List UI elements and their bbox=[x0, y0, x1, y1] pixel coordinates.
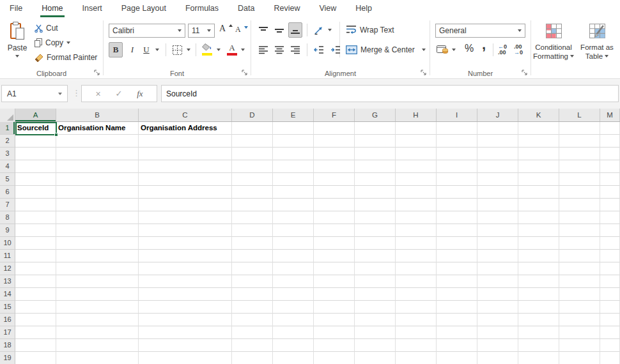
tab-data[interactable]: Data bbox=[228, 0, 264, 18]
cell-L18[interactable] bbox=[559, 339, 600, 352]
cell-J16[interactable] bbox=[477, 314, 518, 326]
increase-indent-button[interactable] bbox=[328, 42, 343, 57]
cell-E10[interactable] bbox=[273, 237, 314, 250]
clipboard-dialog-launcher-icon[interactable] bbox=[94, 70, 100, 76]
cell-E15[interactable] bbox=[273, 301, 314, 314]
cell-H13[interactable] bbox=[396, 275, 437, 288]
cell-G14[interactable] bbox=[355, 288, 396, 301]
increase-font-size-button[interactable]: A bbox=[219, 24, 233, 34]
cell-H7[interactable] bbox=[396, 199, 437, 211]
number-dialog-launcher-icon[interactable] bbox=[522, 70, 528, 76]
cut-button[interactable]: Cut bbox=[35, 24, 58, 33]
cell-M6[interactable] bbox=[600, 186, 620, 199]
row-header-4[interactable]: 4 bbox=[0, 160, 15, 173]
cell-K15[interactable] bbox=[518, 301, 559, 314]
cell-F8[interactable] bbox=[314, 211, 355, 224]
cell-B14[interactable] bbox=[56, 288, 139, 301]
cell-B19[interactable] bbox=[56, 352, 139, 364]
row-header-2[interactable]: 2 bbox=[0, 135, 15, 148]
cancel-icon[interactable]: × bbox=[95, 89, 100, 99]
cell-K1[interactable] bbox=[518, 122, 559, 135]
cell-C2[interactable] bbox=[139, 135, 232, 148]
cell-E9[interactable] bbox=[273, 224, 314, 237]
cell-C19[interactable] bbox=[139, 352, 232, 364]
tab-view[interactable]: View bbox=[309, 0, 346, 18]
cell-D1[interactable] bbox=[232, 122, 273, 135]
row-header-15[interactable]: 15 bbox=[0, 301, 15, 314]
row-header-18[interactable]: 18 bbox=[0, 339, 15, 352]
cell-D8[interactable] bbox=[232, 211, 273, 224]
cell-H8[interactable] bbox=[396, 211, 437, 224]
cell-I11[interactable] bbox=[437, 250, 477, 262]
italic-button[interactable]: I bbox=[127, 42, 138, 57]
cell-J9[interactable] bbox=[477, 224, 518, 237]
cell-C11[interactable] bbox=[139, 250, 232, 262]
row-header-13[interactable]: 13 bbox=[0, 275, 15, 288]
tab-home[interactable]: Home bbox=[32, 0, 72, 18]
tab-file[interactable]: File bbox=[0, 0, 32, 18]
cell-B9[interactable] bbox=[56, 224, 139, 237]
cell-I1[interactable] bbox=[437, 122, 477, 135]
cell-I18[interactable] bbox=[437, 339, 477, 352]
font-dialog-launcher-icon[interactable] bbox=[242, 70, 248, 76]
cell-C16[interactable] bbox=[139, 314, 232, 326]
cell-I12[interactable] bbox=[437, 262, 477, 275]
cell-B10[interactable] bbox=[56, 237, 139, 250]
cell-J10[interactable] bbox=[477, 237, 518, 250]
cell-C10[interactable] bbox=[139, 237, 232, 250]
cell-M19[interactable] bbox=[600, 352, 620, 364]
cell-G6[interactable] bbox=[355, 186, 396, 199]
cell-J18[interactable] bbox=[477, 339, 518, 352]
cell-D11[interactable] bbox=[232, 250, 273, 262]
cell-F14[interactable] bbox=[314, 288, 355, 301]
cell-G9[interactable] bbox=[355, 224, 396, 237]
align-center-button[interactable] bbox=[272, 42, 286, 57]
cell-B3[interactable] bbox=[56, 148, 139, 160]
cell-I17[interactable] bbox=[437, 326, 477, 339]
cell-L6[interactable] bbox=[559, 186, 600, 199]
row-header-12[interactable]: 12 bbox=[0, 262, 15, 275]
cell-H3[interactable] bbox=[396, 148, 437, 160]
cell-K10[interactable] bbox=[518, 237, 559, 250]
column-header-K[interactable]: K bbox=[518, 109, 559, 121]
cell-I10[interactable] bbox=[437, 237, 477, 250]
bold-button[interactable]: B bbox=[109, 42, 123, 57]
fill-color-dropdown-caret[interactable] bbox=[215, 42, 222, 57]
cell-F4[interactable] bbox=[314, 160, 355, 173]
underline-dropdown-caret[interactable] bbox=[153, 42, 161, 57]
cell-C17[interactable] bbox=[139, 326, 232, 339]
cell-L15[interactable] bbox=[559, 301, 600, 314]
decrease-font-size-button[interactable]: A bbox=[235, 25, 248, 34]
cell-H12[interactable] bbox=[396, 262, 437, 275]
cell-M8[interactable] bbox=[600, 211, 620, 224]
cell-L14[interactable] bbox=[559, 288, 600, 301]
cell-C8[interactable] bbox=[139, 211, 232, 224]
cell-K3[interactable] bbox=[518, 148, 559, 160]
cell-H10[interactable] bbox=[396, 237, 437, 250]
cell-H4[interactable] bbox=[396, 160, 437, 173]
cell-A11[interactable] bbox=[15, 250, 56, 262]
tab-formulas[interactable]: Formulas bbox=[176, 0, 228, 18]
name-box-dropdown-caret[interactable] bbox=[58, 93, 62, 95]
cell-I8[interactable] bbox=[437, 211, 477, 224]
cell-C13[interactable] bbox=[139, 275, 232, 288]
column-header-C[interactable]: C bbox=[139, 109, 232, 121]
cell-E6[interactable] bbox=[273, 186, 314, 199]
cell-F17[interactable] bbox=[314, 326, 355, 339]
cell-I6[interactable] bbox=[437, 186, 477, 199]
cell-D2[interactable] bbox=[232, 135, 273, 148]
cell-I19[interactable] bbox=[437, 352, 477, 364]
copy-button[interactable]: Copy bbox=[35, 38, 70, 47]
cell-J6[interactable] bbox=[477, 186, 518, 199]
cell-F2[interactable] bbox=[314, 135, 355, 148]
cell-F16[interactable] bbox=[314, 314, 355, 326]
font-size-combo[interactable]: 11 bbox=[188, 24, 215, 38]
cell-G3[interactable] bbox=[355, 148, 396, 160]
fill-color-button[interactable] bbox=[201, 42, 213, 57]
cell-M1[interactable] bbox=[600, 122, 620, 135]
cell-H16[interactable] bbox=[396, 314, 437, 326]
cell-A1[interactable]: SourceId bbox=[15, 122, 56, 135]
cell-M2[interactable] bbox=[600, 135, 620, 148]
cell-L5[interactable] bbox=[559, 173, 600, 186]
cell-I7[interactable] bbox=[437, 199, 477, 211]
